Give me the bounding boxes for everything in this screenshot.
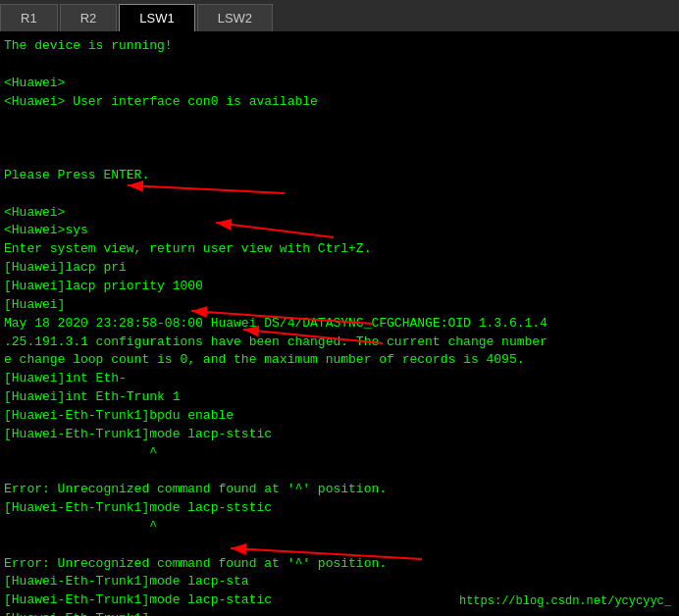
tab-bar: R1 R2 LSW1 LSW2 <box>0 0 679 31</box>
terminal-line <box>4 148 675 167</box>
terminal-line: [Huawei-Eth-Trunk1]mode lacp-ststic <box>4 426 675 444</box>
terminal-line <box>4 56 675 75</box>
terminal-line: [Huawei-Eth-Trunk1]bpdu enable <box>4 407 675 426</box>
terminal-line: [Huawei-Eth-Trunk1]mode lacp-sta <box>4 573 675 591</box>
tab-lsw2[interactable]: LSW2 <box>197 4 273 31</box>
terminal-line <box>4 537 675 555</box>
tab-r2[interactable]: R2 <box>60 4 118 31</box>
terminal-line: <Huawei>sys <box>4 222 675 240</box>
terminal-line <box>4 111 675 129</box>
terminal: The device is running!<Huawei><Huawei> U… <box>0 31 679 616</box>
terminal-line: Enter system view, return user view with… <box>4 240 675 259</box>
terminal-line: [Huawei]int Eth- <box>4 370 675 388</box>
terminal-line <box>4 129 675 148</box>
tab-r1[interactable]: R1 <box>0 4 58 31</box>
terminal-line <box>4 462 675 481</box>
terminal-line: <Huawei> User interface con0 is availabl… <box>4 93 675 112</box>
terminal-line: The device is running! <box>4 37 675 56</box>
terminal-line: May 18 2020 23:28:58-08:00 Huawei DS/4/D… <box>4 315 675 334</box>
terminal-content: The device is running!<Huawei><Huawei> U… <box>4 37 675 616</box>
terminal-line: [Huawei-Eth-Trunk1]mode lacp-ststic <box>4 499 675 518</box>
terminal-line: Error: Unrecognized command found at '^'… <box>4 555 675 574</box>
terminal-line: e change loop count is 0, and the maximu… <box>4 351 675 370</box>
terminal-line: Error: Unrecognized command found at '^'… <box>4 481 675 499</box>
terminal-line: ^ <box>4 444 675 463</box>
terminal-line: [Huawei]lacp pri <box>4 259 675 278</box>
terminal-line: <Huawei> <box>4 204 675 223</box>
terminal-line: [Huawei] <box>4 296 675 315</box>
terminal-line: [Huawei]int Eth-Trunk 1 <box>4 388 675 407</box>
tab-lsw1[interactable]: LSW1 <box>119 4 194 31</box>
terminal-line: .25.191.3.1 configurations have been cha… <box>4 334 675 352</box>
watermark: https://blog.csdn.net/ycycyyc_ <box>459 593 671 610</box>
terminal-line <box>4 185 675 204</box>
terminal-line: Please Press ENTER. <box>4 167 675 185</box>
terminal-line: [Huawei-Eth-Trunk1] <box>4 610 675 616</box>
terminal-line: <Huawei> <box>4 75 675 93</box>
terminal-line: ^ <box>4 518 675 537</box>
terminal-line: [Huawei]lacp priority 1000 <box>4 278 675 296</box>
